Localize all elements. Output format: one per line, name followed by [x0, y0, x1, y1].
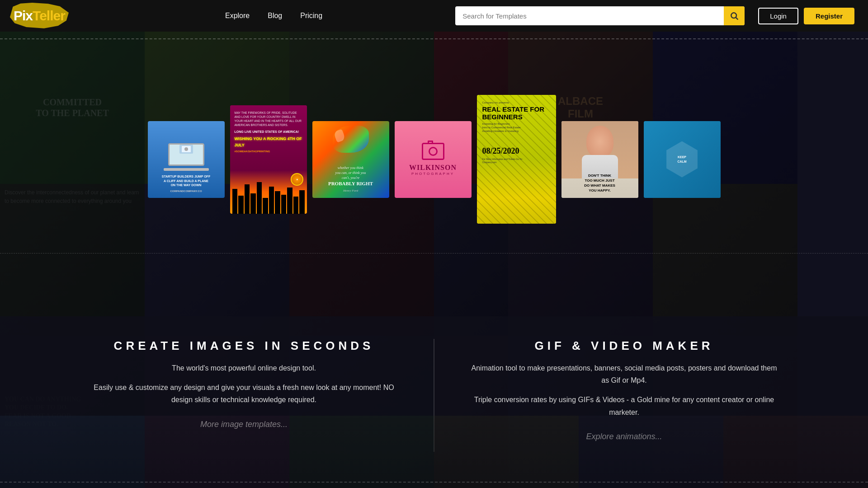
- preview-tile-1: [0, 416, 145, 488]
- template-card-wilkinson[interactable]: WILKINSON PHOTOGRAPHY: [395, 121, 472, 198]
- feature-gif-desc1: Animation tool to make presentations, ba…: [471, 362, 778, 386]
- camera-lens: [429, 147, 438, 156]
- city-skyline: [230, 187, 307, 214]
- template-card-realestate[interactable]: Company inc presents REAL ESTATE FOR BEG…: [477, 95, 556, 224]
- card-startup-text: STARTUP BUILDERS JUMP OFF A CLIFF AND BU…: [162, 174, 210, 193]
- login-button[interactable]: Login: [758, 8, 798, 24]
- preview-tile-6: [723, 416, 868, 488]
- navbar: PixTeller Explore Blog Pricing Login Reg…: [0, 0, 868, 32]
- template-card-keepcalm[interactable]: keep calm: [644, 121, 721, 198]
- nav-links: Explore Blog Pricing: [225, 12, 322, 20]
- dashed-divider-mid: [0, 253, 868, 253]
- camera-icon: [422, 143, 444, 160]
- search-input[interactable]: [455, 12, 724, 20]
- logo-text: PixTeller: [14, 8, 65, 23]
- preview-tile-3: [289, 416, 434, 488]
- search-area: Login Register: [455, 6, 854, 25]
- feature-gif-desc2: Triple conversion rates by using GIFs & …: [471, 394, 778, 418]
- card-dontthink-text: DON'T THINK TOO MUCH JUST DO WHAT MAKES …: [584, 173, 615, 193]
- bottom-preview: [0, 416, 868, 488]
- feature-create-desc2: Easily use & customize any design and gi…: [90, 381, 397, 406]
- person-background: [561, 121, 638, 179]
- template-card-dontthink[interactable]: DON'T THINK TOO MUCH JUST DO WHAT MAKES …: [561, 121, 638, 198]
- preview-tile-4: [434, 416, 579, 488]
- feature-gif-title: GIF & VIDEO MAKER: [471, 339, 778, 353]
- card-realestate-content: Company inc presents REAL ESTATE FOR BEG…: [482, 101, 551, 164]
- nav-blog[interactable]: Blog: [268, 12, 282, 20]
- laptop-base: [164, 168, 209, 171]
- search-bar: [455, 6, 745, 25]
- card-chameleon-text: whether you think you can, or think you …: [328, 165, 373, 193]
- nav-explore[interactable]: Explore: [225, 12, 250, 20]
- dashed-divider-top: [0, 38, 868, 39]
- card-july4-text: MAY THE FIREWORKS OF PRIDE, SOLITUDE AND…: [235, 111, 302, 154]
- template-card-chameleon[interactable]: whether you think you can, or think you …: [312, 121, 389, 198]
- logo-area: PixTeller: [14, 8, 65, 23]
- preview-tile-2: [145, 416, 289, 488]
- feature-create-desc1: The world's most powerful online design …: [90, 362, 397, 374]
- template-card-july4[interactable]: MAY THE FIREWORKS OF PRIDE, SOLITUDE AND…: [230, 105, 307, 214]
- emblem-badge: ★: [291, 173, 303, 186]
- hexagon-shape: keep calm: [664, 141, 700, 178]
- nav-pricing[interactable]: Pricing: [300, 12, 322, 20]
- auth-buttons: Login Register: [758, 8, 854, 24]
- laptop-icon: [168, 143, 204, 166]
- search-icon: [730, 11, 739, 20]
- feature-create-title: CREATE IMAGES IN SECONDS: [90, 339, 397, 353]
- keepcalm-text: keep calm: [677, 155, 686, 163]
- register-button[interactable]: Register: [804, 8, 854, 24]
- svg-point-0: [731, 13, 737, 18]
- template-card-startup[interactable]: STARTUP BUILDERS JUMP OFF A CLIFF AND BU…: [148, 121, 225, 198]
- dashed-divider-bottom: [0, 482, 868, 483]
- main-content: COMMITTEDTO THE PLANET ALBACEFILM Discov…: [0, 32, 868, 488]
- svg-line-1: [736, 18, 738, 20]
- search-button[interactable]: [724, 6, 745, 25]
- cards-row: STARTUP BUILDERS JUMP OFF A CLIFF AND BU…: [0, 95, 868, 224]
- card-wilkinson-text: WILKINSON PHOTOGRAPHY: [409, 164, 457, 176]
- camera-top: [428, 141, 433, 143]
- chameleon-image: [326, 126, 376, 165]
- preview-tile-5: [579, 416, 723, 488]
- nav-links-area: Explore Blog Pricing: [198, 12, 322, 20]
